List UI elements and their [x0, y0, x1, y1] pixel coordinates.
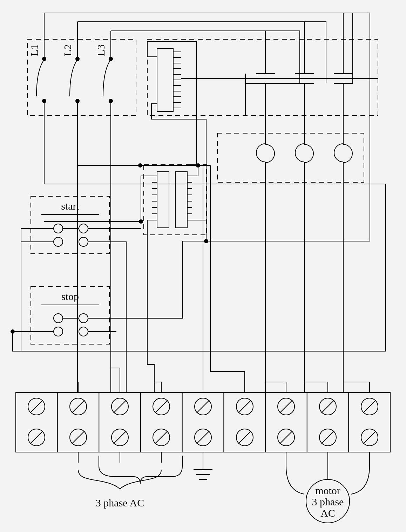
svg-point-23 — [139, 219, 143, 224]
svg-rect-0 — [27, 39, 136, 116]
svg-line-79 — [363, 400, 376, 413]
svg-line-57 — [114, 431, 126, 444]
svg-line-81 — [363, 431, 376, 444]
label-3phase-ac: 3 phase AC — [96, 497, 144, 509]
svg-rect-18 — [157, 172, 169, 228]
svg-line-73 — [280, 431, 292, 444]
svg-line-53 — [72, 431, 84, 444]
svg-line-61 — [155, 431, 168, 444]
svg-point-27 — [79, 224, 88, 233]
svg-line-47 — [30, 400, 43, 413]
wiring-diagram: L1 L2 L3 start stop — [0, 0, 406, 532]
label-l3: L3 — [95, 45, 107, 56]
svg-rect-16 — [217, 133, 364, 182]
svg-point-26 — [54, 224, 63, 233]
label-start: start — [61, 200, 79, 212]
svg-line-65 — [197, 431, 209, 444]
svg-line-63 — [197, 400, 209, 413]
svg-line-71 — [280, 400, 292, 413]
svg-line-77 — [322, 431, 334, 444]
svg-point-32 — [54, 314, 63, 323]
svg-line-67 — [238, 400, 251, 413]
svg-point-34 — [54, 327, 63, 336]
svg-point-28 — [54, 237, 63, 246]
label-l2: L2 — [62, 45, 73, 56]
contactor-right-poles — [245, 74, 300, 116]
label-motor-1: motor — [315, 485, 340, 496]
svg-line-69 — [238, 431, 251, 444]
label-motor-3: AC — [320, 507, 335, 519]
overload-heaters — [256, 126, 352, 393]
svg-line-75 — [322, 400, 334, 413]
svg-line-59 — [155, 400, 168, 413]
label-stop: stop — [61, 291, 79, 302]
svg-line-49 — [30, 431, 43, 444]
svg-point-35 — [79, 327, 88, 336]
svg-point-29 — [79, 237, 88, 246]
svg-line-55 — [114, 400, 126, 413]
svg-point-33 — [79, 314, 88, 323]
svg-line-51 — [72, 400, 84, 413]
label-motor-2: 3 phase — [312, 496, 344, 507]
svg-rect-8 — [157, 48, 173, 111]
label-l1: L1 — [28, 45, 40, 56]
svg-rect-19 — [175, 172, 187, 228]
